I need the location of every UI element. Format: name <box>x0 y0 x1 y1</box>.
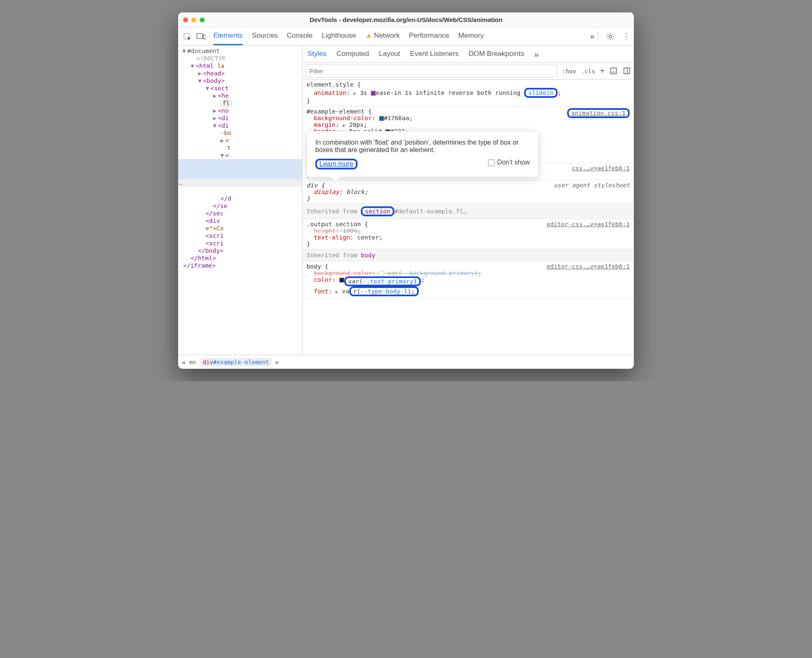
inspect-icon[interactable] <box>181 31 192 42</box>
svg-rect-2 <box>203 35 205 39</box>
dont-show-label: Don't show <box>497 159 530 166</box>
dom-div2[interactable]: <di <box>218 122 229 129</box>
filter-input[interactable] <box>305 65 557 77</box>
main-toolbar: Elements Sources Console Lighthouse Netw… <box>178 27 634 46</box>
ua-stylesheet-label: user agent stylesheet <box>554 182 630 189</box>
dom-open[interactable]: < <box>225 152 229 159</box>
subtab-listeners[interactable]: Event Listeners <box>410 50 459 59</box>
breadcrumb-bar[interactable]: ◀ mn div#example-element ▶ <box>178 355 634 369</box>
dom-close-iframe[interactable]: </iframe> <box>183 262 216 269</box>
inherited-section-link[interactable]: section <box>365 208 390 215</box>
inherited-from-section: Inherited from section#default-example.f… <box>302 204 634 219</box>
learn-more-link[interactable]: Learn more <box>319 160 353 167</box>
dom-child[interactable]: < <box>225 137 229 144</box>
separator <box>210 31 210 41</box>
dom-selected-row[interactable] <box>178 159 302 179</box>
animation-name-link[interactable]: slidein <box>528 90 553 96</box>
breadcrumb-selected[interactable]: div#example-element <box>200 358 271 366</box>
dom-t: t <box>227 145 231 151</box>
css-var-link[interactable]: --type-body-l <box>360 288 408 295</box>
subtab-computed[interactable]: Computed <box>336 50 369 59</box>
dom-close-se[interactable]: </se <box>213 203 227 209</box>
more-subtabs-icon[interactable]: » <box>534 50 539 59</box>
output-section-rule[interactable]: editor-css.…v=ae1feb6:1 .output section … <box>302 219 634 249</box>
tab-network[interactable]: Network <box>365 27 400 45</box>
dom-badge[interactable]: fl <box>220 99 232 107</box>
dom-header[interactable]: <he <box>218 92 229 99</box>
toggle-panel-icon[interactable] <box>623 67 631 75</box>
dom-div1[interactable]: <di <box>218 115 229 121</box>
dom-script2[interactable]: <scri <box>205 240 224 247</box>
sidebar-tabs: Styles Computed Layout Event Listeners D… <box>302 46 634 63</box>
window-titlebar: DevTools - developer.mozilla.org/en-US/d… <box>178 12 634 27</box>
inherited-body-link[interactable]: body <box>361 252 375 259</box>
more-tabs-icon[interactable]: » <box>590 31 594 41</box>
breadcrumb-item[interactable]: mn <box>189 359 196 365</box>
source-link[interactable]: editor-css.…v=ae1feb6:1 <box>546 221 630 227</box>
dom-div-open[interactable]: <div <box>205 218 220 224</box>
gear-icon[interactable] <box>606 32 615 41</box>
main-tabs: Elements Sources Console Lighthouse Netw… <box>213 27 587 45</box>
body-rule[interactable]: editor-css.…v=ae1feb6:1 body { backgroun… <box>302 261 634 298</box>
dom-close-div[interactable]: </d <box>220 195 231 202</box>
tab-elements[interactable]: Elements <box>213 27 243 45</box>
dom-body[interactable]: <body> <box>203 77 225 84</box>
dom-close-body[interactable]: </body> <box>198 247 223 254</box>
inherited-from-body: Inherited from body <box>302 249 634 261</box>
device-icon[interactable] <box>196 31 206 42</box>
div-ua-rule[interactable]: user agent stylesheet div { display: blo… <box>302 180 634 204</box>
dont-show-checkbox[interactable] <box>488 160 495 166</box>
svg-rect-4 <box>611 68 616 74</box>
dom-doctype[interactable]: <!DOCTYP <box>178 55 302 62</box>
svg-point-3 <box>609 35 611 38</box>
element-style-rule[interactable]: element.style { animation: ▶ 3s ease-in … <box>302 80 634 106</box>
dom-tree[interactable]: ▼#document <!DOCTYP ▼<html la ▶<head> ▼<… <box>178 46 302 355</box>
tab-performance[interactable]: Performance <box>409 27 449 45</box>
tab-console[interactable]: Console <box>287 27 312 45</box>
styles-panel: Styles Computed Layout Event Listeners D… <box>302 46 634 355</box>
dom-eco: e">Co <box>205 225 224 232</box>
dom-script1[interactable]: <scri <box>205 232 224 239</box>
source-link[interactable]: editor-css.…v=ae1feb6:1 <box>546 263 630 270</box>
tab-sources[interactable]: Sources <box>252 27 278 45</box>
dom-head[interactable]: <head> <box>203 70 225 77</box>
filter-bar: :hov .cls + <box>302 63 634 80</box>
svg-rect-5 <box>624 68 630 74</box>
new-rule-icon[interactable]: + <box>597 66 607 76</box>
styles-rules: element.style { animation: ▶ 3s ease-in … <box>302 80 634 355</box>
dom-document[interactable]: #document <box>187 48 220 54</box>
breadcrumb-right-icon[interactable]: ▶ <box>276 359 279 365</box>
dom-noscript[interactable]: <no <box>218 107 229 114</box>
device-mode-icon[interactable] <box>610 67 618 75</box>
hov-button[interactable]: :hov <box>560 66 579 76</box>
cls-button[interactable]: .cls <box>579 66 598 76</box>
tooltip-text: In combination with 'float' and 'positio… <box>315 139 530 154</box>
source-link[interactable]: animation.css:1 <box>567 108 630 118</box>
window-title: DevTools - developer.mozilla.org/en-US/d… <box>178 16 634 23</box>
dom-ellipsis[interactable]: … <box>178 179 302 186</box>
dom-close-html[interactable]: </html> <box>191 255 216 261</box>
source-link[interactable]: css.…v=ae1feb6:1 <box>572 165 630 172</box>
dom-attr: -bo <box>220 130 231 136</box>
kebab-icon[interactable]: ⋮ <box>622 31 631 41</box>
breadcrumb-left-icon[interactable]: ◀ <box>181 359 185 365</box>
property-tooltip: In combination with 'float' and 'positio… <box>307 131 539 177</box>
subtab-breakpoints[interactable]: DOM Breakpoints <box>469 50 524 59</box>
separator <box>598 31 598 41</box>
svg-rect-1 <box>197 34 203 39</box>
dom-section[interactable]: <sect <box>210 85 229 92</box>
subtab-styles[interactable]: Styles <box>307 50 326 59</box>
css-var-link[interactable]: --text-primary <box>363 278 413 285</box>
tab-lighthouse[interactable]: Lighthouse <box>322 27 356 45</box>
dom-html[interactable]: <html <box>196 63 217 69</box>
tab-memory[interactable]: Memory <box>458 27 483 45</box>
subtab-layout[interactable]: Layout <box>379 50 400 59</box>
dom-close-sec[interactable]: </sec <box>205 210 224 217</box>
